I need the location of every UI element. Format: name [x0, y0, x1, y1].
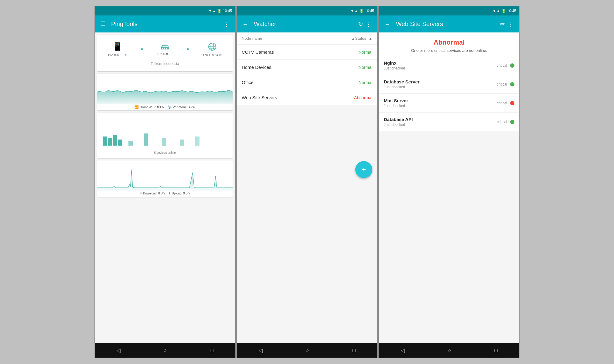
- download-label: Download: 0 B/s: [143, 192, 165, 195]
- device-ip-globe: 178.118.23.15: [203, 53, 222, 57]
- item-name-home: Home Devices: [242, 65, 359, 70]
- devices-online-label: 6 devices online: [100, 150, 230, 156]
- home-nav-2[interactable]: ○: [306, 347, 309, 354]
- svg-rect-2: [164, 48, 165, 49]
- item-status-cctv: Normal: [359, 50, 372, 55]
- header-node-name: Node name: [242, 36, 350, 41]
- server-time-dbserver: Just checked: [384, 85, 497, 89]
- server-priority-nginx: critical: [497, 63, 507, 68]
- svg-rect-15: [162, 138, 166, 146]
- time-display-3: 10:45: [507, 9, 516, 13]
- fab-button[interactable]: +: [355, 161, 372, 178]
- signal-status-icon: ▲: [212, 9, 216, 13]
- wave-chart: [97, 74, 233, 104]
- time-display-2: 10:45: [365, 9, 374, 13]
- svg-rect-3: [166, 48, 167, 49]
- battery-status-icon-2: 🔋: [359, 9, 364, 13]
- svg-rect-17: [195, 136, 200, 146]
- item-status-webservers: Abnormal: [354, 95, 372, 100]
- bar-chart-svg: [100, 115, 230, 149]
- refresh-icon-2[interactable]: ↻: [357, 19, 364, 29]
- app-title-3: Web Site Servers: [396, 21, 499, 28]
- wifi-status-icon-2: ▾: [351, 9, 353, 13]
- screen3-content: Abnormal One or more critical services a…: [379, 32, 519, 343]
- more-icon-2[interactable]: ⋮: [364, 19, 373, 29]
- server-item-dbapi[interactable]: Database API Just checked critical: [379, 113, 519, 131]
- server-info-mailserver: Mail Server Just checked: [384, 98, 497, 108]
- wifi-signal-label: 📶 HomeWiFi: 83% 📡 Vodafone: 42%: [97, 104, 233, 110]
- screen1-content: 📱 192.168.0.100: [95, 32, 235, 343]
- appbar-left-1: ☰ PingTools: [99, 19, 222, 29]
- connector-2: [187, 48, 189, 50]
- server-time-mailserver: Just checked: [384, 104, 497, 108]
- more-icon-3[interactable]: ⋮: [507, 19, 515, 29]
- server-time-dbapi: Just checked: [384, 123, 497, 127]
- fab-icon: +: [362, 165, 366, 174]
- status-dot-mailserver: [510, 101, 514, 105]
- server-item-dbserver[interactable]: Database Server Just checked critical: [379, 75, 519, 94]
- appbar-2: ← Watcher ↻ ⋮: [237, 15, 377, 32]
- svg-rect-1: [162, 48, 163, 49]
- app-title-1: PingTools: [111, 21, 222, 28]
- server-name-dbapi: Database API: [384, 117, 497, 122]
- back-nav-1[interactable]: ◁: [116, 347, 121, 354]
- svg-rect-14: [144, 133, 148, 146]
- wave-chart-card: 📶 HomeWiFi: 83% 📡 Vodafone: 42%: [97, 74, 233, 110]
- bandwidth-card: ⬇ Download: 0 B/s ⬆ Upload: 0 B/s: [97, 160, 233, 197]
- list-item-webservers[interactable]: Web Site Servers Abnormal: [237, 90, 377, 105]
- svg-rect-11: [113, 135, 117, 146]
- svg-rect-12: [118, 140, 122, 146]
- more-icon-1[interactable]: ⋮: [222, 19, 231, 29]
- back-nav-2[interactable]: ◁: [258, 347, 263, 354]
- status-bar-2: ▾ ▲ 🔋 10:45: [237, 6, 377, 15]
- server-name-dbserver: Database Server: [384, 79, 497, 84]
- server-priority-dbapi: critical: [497, 120, 507, 124]
- item-name-cctv: CCTV Cameras: [242, 49, 359, 55]
- signal-status-icon-3: ▲: [496, 9, 500, 13]
- status-sort-icon[interactable]: ▲: [369, 36, 372, 41]
- appbar-left-2: ← Watcher: [241, 19, 357, 29]
- globe-svg-icon: [207, 42, 217, 52]
- server-status-header: Abnormal One or more critical services a…: [379, 32, 519, 56]
- svg-rect-9: [103, 136, 107, 146]
- list-item-office[interactable]: Office Normal: [237, 75, 377, 90]
- recents-nav-2[interactable]: □: [352, 347, 356, 354]
- back-nav-3[interactable]: ◁: [401, 347, 405, 354]
- recents-nav-3[interactable]: □: [494, 347, 498, 354]
- network-card: 📱 192.168.0.100: [97, 35, 233, 71]
- svg-rect-16: [180, 140, 184, 146]
- list-item-home[interactable]: Home Devices Normal: [237, 60, 377, 75]
- server-priority-mailserver: critical: [497, 101, 507, 105]
- wifi-icon: 📶: [135, 105, 140, 109]
- back-icon-3[interactable]: ←: [383, 19, 392, 29]
- status-bar-3: ▾ ▲ 🔋 10:45: [379, 6, 519, 15]
- bar-chart-card: 6 devices online: [97, 113, 233, 158]
- menu-icon[interactable]: ☰: [99, 19, 107, 29]
- item-name-office: Office: [242, 80, 359, 85]
- nav-bar-3: ◁ ○ □: [379, 343, 519, 358]
- list-item-cctv[interactable]: CCTV Cameras Normal: [237, 45, 377, 60]
- device-ip-router: 192.168.0.1: [157, 52, 173, 56]
- battery-status-icon: 🔋: [217, 9, 222, 13]
- node-sort-icon[interactable]: ▲: [351, 36, 355, 41]
- header-status: Status: [355, 36, 366, 41]
- home-nav-3[interactable]: ○: [448, 347, 451, 354]
- network-devices: 📱 192.168.0.100: [101, 39, 229, 60]
- phone-device-icon: 📱: [112, 42, 123, 52]
- item-status-office: Normal: [359, 80, 372, 85]
- server-info-nginx: Nginx Just checked: [384, 60, 497, 70]
- server-item-mailserver[interactable]: Mail Server Just checked critical: [379, 94, 519, 113]
- recents-nav-1[interactable]: □: [210, 347, 213, 354]
- edit-icon-3[interactable]: ✏: [499, 19, 507, 29]
- screen-pingtools: ▾ ▲ 🔋 10:45 ☰ PingTools ⋮ 📱 192.: [94, 6, 235, 358]
- dot-2: [187, 48, 189, 50]
- signal-icon: 📡: [168, 105, 173, 109]
- battery-status-icon-3: 🔋: [501, 9, 506, 13]
- server-item-nginx[interactable]: Nginx Just checked critical: [379, 56, 519, 75]
- nav-bar-1: ◁ ○ □: [95, 343, 235, 358]
- device-ip-phone: 192.168.0.100: [108, 53, 127, 57]
- home-nav-1[interactable]: ○: [164, 347, 167, 354]
- server-time-nginx: Just checked: [384, 66, 497, 70]
- back-icon-2[interactable]: ←: [241, 19, 250, 29]
- item-status-home: Normal: [359, 65, 372, 70]
